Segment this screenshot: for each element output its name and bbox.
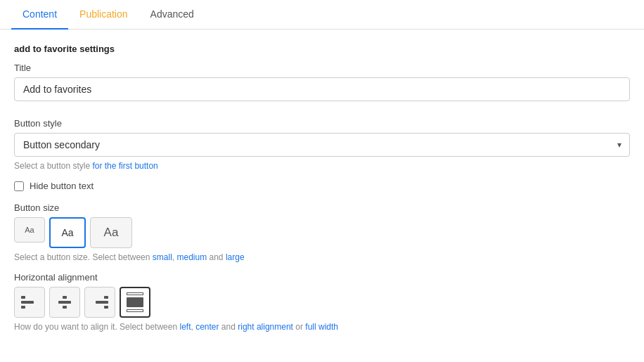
horizontal-alignment-group: Horizontal alignment (14, 272, 630, 332)
button-style-label: Button style (14, 118, 630, 129)
align-right-icon (91, 296, 108, 309)
align-fullwidth-link: full width (305, 322, 338, 332)
title-field-group: Title (14, 63, 630, 112)
horizontal-alignment-label: Horizontal alignment (14, 272, 630, 283)
content-panel: add to favorite settings Title Button st… (0, 30, 644, 356)
align-center-link: center (195, 322, 219, 332)
tab-publication[interactable]: Publication (68, 0, 139, 30)
hide-button-checkbox[interactable] (14, 181, 24, 191)
tab-content[interactable]: Content (11, 0, 68, 30)
align-fullwidth-icon (127, 292, 143, 312)
button-size-medium[interactable]: Aa (49, 217, 86, 248)
button-size-small[interactable]: Aa (14, 217, 45, 243)
align-left-link: left (179, 322, 191, 332)
hide-button-label: Hide button text (30, 181, 94, 191)
button-style-select[interactable]: Button primary Button secondary Button t… (14, 133, 630, 157)
button-size-medium-link: medium (176, 252, 207, 262)
align-center-option[interactable] (49, 287, 80, 318)
align-fullwidth-option[interactable] (120, 287, 150, 318)
align-right-option[interactable] (84, 287, 115, 318)
button-style-hint-link: for the first button (92, 161, 157, 171)
button-size-hint: Select a button size. Select between sma… (14, 252, 630, 262)
align-center-icon (56, 296, 73, 309)
button-size-options: Aa Aa Aa (14, 217, 630, 248)
hide-button-row: Hide button text (14, 181, 630, 191)
button-size-large-link: large (226, 252, 245, 262)
tab-bar: Content Publication Advanced (0, 0, 644, 30)
align-right-link: right alignment (238, 322, 293, 332)
button-style-hint: Select a button style for the first butt… (14, 161, 630, 171)
alignment-options (14, 287, 630, 318)
align-left-icon (21, 296, 38, 309)
button-size-large[interactable]: Aa (90, 217, 132, 248)
title-input[interactable] (14, 77, 630, 101)
button-style-select-wrapper: Button primary Button secondary Button t… (14, 133, 630, 157)
button-size-group: Button size Aa Aa Aa Select a button siz… (14, 202, 630, 262)
button-size-small-link: small (153, 252, 172, 262)
button-size-label: Button size (14, 202, 630, 213)
align-left-option[interactable] (14, 287, 45, 318)
title-label: Title (14, 63, 630, 73)
alignment-hint: How do you want to align it. Select betw… (14, 322, 630, 332)
section-title: add to favorite settings (14, 44, 630, 54)
tab-advanced[interactable]: Advanced (139, 0, 205, 30)
button-style-group: Button style Button primary Button secon… (14, 118, 630, 171)
